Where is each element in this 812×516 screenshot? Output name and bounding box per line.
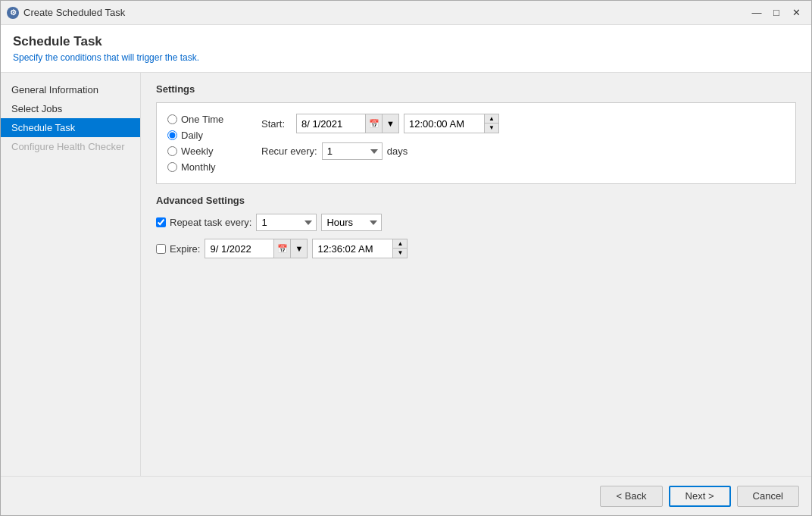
page-title: Schedule Task <box>13 34 799 49</box>
window-title: Create Scheduled Task <box>23 7 748 18</box>
expire-time-wrapper: ▲ ▼ <box>312 239 408 258</box>
frequency-radio-group: One Time Daily Weekly Monthly <box>167 114 243 173</box>
time-spin-up[interactable]: ▲ <box>485 114 498 124</box>
time-spinner: ▲ ▼ <box>484 114 498 133</box>
window-controls: — □ ✕ <box>748 4 805 22</box>
close-button[interactable]: ✕ <box>787 4 805 22</box>
start-date-wrapper: 📅 ▼ <box>296 114 399 133</box>
expire-date-dropdown-button[interactable]: ▼ <box>290 239 307 258</box>
minimize-button[interactable]: — <box>748 4 766 22</box>
main-content: General Information Select Jobs Schedule… <box>1 73 811 476</box>
header-section: Schedule Task Specify the conditions tha… <box>1 25 811 73</box>
radio-monthly[interactable]: Monthly <box>167 161 243 173</box>
repeat-task-unit-select[interactable]: Hours Minutes <box>321 214 382 231</box>
cancel-button[interactable]: Cancel <box>737 486 799 507</box>
advanced-settings-title: Advanced Settings <box>156 195 796 206</box>
radio-weekly[interactable]: Weekly <box>167 145 243 157</box>
time-spin-down[interactable]: ▼ <box>485 124 498 133</box>
repeat-task-value-select[interactable]: 1 2 5 <box>256 214 317 231</box>
expire-row: Expire: 📅 ▼ ▲ ▼ <box>156 239 796 258</box>
start-row: Start: 📅 ▼ ▲ ▼ <box>261 114 499 133</box>
radio-one-time[interactable]: One Time <box>167 114 243 125</box>
recur-unit-label: days <box>387 145 408 157</box>
start-label: Start: <box>261 118 292 130</box>
maximize-button[interactable]: □ <box>767 4 785 22</box>
expire-date-wrapper: 📅 ▼ <box>205 239 308 258</box>
radio-daily-input[interactable] <box>167 130 177 140</box>
footer: < Back Next > Cancel <box>1 476 811 515</box>
page-subtitle: Specify the conditions that will trigger… <box>13 52 799 63</box>
recur-label: Recur every: <box>261 145 317 157</box>
content-area: Settings One Time Daily <box>141 73 811 476</box>
radio-weekly-input[interactable] <box>167 146 177 156</box>
sidebar-item-configure-health-checker: Configure Health Checker <box>1 137 140 156</box>
repeat-task-row: Repeat task every: 1 2 5 Hours Minutes <box>156 214 796 231</box>
start-date-input[interactable] <box>297 116 365 132</box>
expire-time-spin-down[interactable]: ▼ <box>393 249 407 258</box>
sidebar-item-select-jobs[interactable]: Select Jobs <box>1 99 140 118</box>
radio-monthly-input[interactable] <box>167 162 177 172</box>
recur-row: Recur every: 1 2 3 7 days <box>261 142 499 160</box>
expire-date-input[interactable] <box>205 241 273 257</box>
title-bar: ⚙ Create Scheduled Task — □ ✕ <box>1 1 811 25</box>
expire-checkbox-label[interactable]: Expire: <box>156 243 200 255</box>
start-time-input[interactable] <box>404 116 484 132</box>
expire-date-picker-button[interactable]: 📅 <box>273 239 290 258</box>
settings-inner: One Time Daily Weekly Monthly <box>167 114 785 173</box>
recur-select[interactable]: 1 2 3 7 <box>322 142 383 160</box>
expire-time-input[interactable] <box>313 241 392 257</box>
sidebar: General Information Select Jobs Schedule… <box>1 73 141 476</box>
main-window: ⚙ Create Scheduled Task — □ ✕ Schedule T… <box>0 0 812 516</box>
back-button[interactable]: < Back <box>600 486 662 507</box>
expire-time-spinner: ▲ ▼ <box>392 239 407 258</box>
advanced-settings-section: Advanced Settings Repeat task every: 1 2… <box>156 195 796 258</box>
repeat-task-checkbox-label[interactable]: Repeat task every: <box>156 217 251 228</box>
expire-time-spin-up[interactable]: ▲ <box>393 239 407 249</box>
settings-box: One Time Daily Weekly Monthly <box>156 102 796 184</box>
radio-one-time-input[interactable] <box>167 114 177 124</box>
sidebar-item-general-information[interactable]: General Information <box>1 80 140 99</box>
radio-daily[interactable]: Daily <box>167 130 243 141</box>
date-picker-button[interactable]: 📅 <box>365 114 382 133</box>
date-dropdown-button[interactable]: ▼ <box>382 114 398 133</box>
start-time-wrapper: ▲ ▼ <box>404 114 499 133</box>
sidebar-item-schedule-task[interactable]: Schedule Task <box>1 118 140 137</box>
expire-checkbox[interactable] <box>156 244 166 254</box>
repeat-task-checkbox[interactable] <box>156 217 166 227</box>
next-button[interactable]: Next > <box>669 486 731 507</box>
settings-section-title: Settings <box>156 83 796 95</box>
settings-right-panel: Start: 📅 ▼ ▲ ▼ <box>261 114 499 173</box>
app-icon: ⚙ <box>7 7 19 19</box>
